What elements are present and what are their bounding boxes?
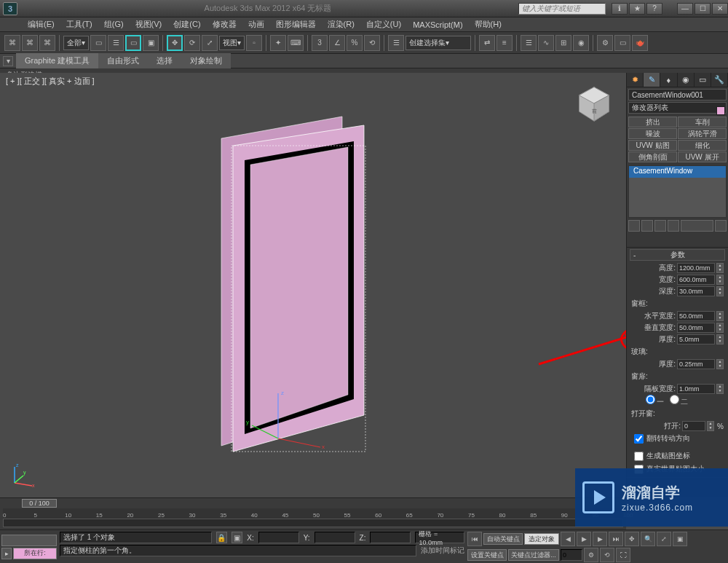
tab-create-icon[interactable]: ✹	[627, 73, 644, 87]
prompt-toggle-icon[interactable]: ▸	[1, 548, 12, 559]
move-icon[interactable]: ✥	[167, 35, 183, 51]
autokey-button[interactable]: 自动关键点	[483, 533, 523, 545]
height-arrows[interactable]: ▲▼	[716, 263, 724, 273]
keymode-icon[interactable]: ⌨	[288, 35, 304, 51]
menu-tools[interactable]: 工具(T)	[62, 17, 97, 31]
ribbon-tab-modeling[interactable]: Graphite 建模工具	[16, 53, 98, 68]
y-coord-input[interactable]	[314, 532, 355, 543]
thickness-spinner[interactable]: 5.0mm	[677, 334, 715, 345]
vwidth-arrows[interactable]: ▲▼	[716, 323, 724, 333]
ribbon-tab-paint[interactable]: 对象绘制	[181, 53, 231, 68]
viewport-label[interactable]: [ + ][ 正交 ][ 真实 + 边面 ]	[6, 76, 95, 87]
tab-hierarchy-icon[interactable]: ♦	[660, 73, 677, 87]
select-name-icon[interactable]: ☰	[108, 35, 124, 51]
next-frame-icon[interactable]: ▶	[593, 532, 607, 546]
mod-lathe[interactable]: 车削	[678, 117, 727, 127]
close-button[interactable]: ✕	[712, 3, 728, 15]
width-arrows[interactable]: ▲▼	[716, 275, 724, 285]
keyfilters-button[interactable]: 关键点过滤器...	[508, 549, 559, 561]
timeconfig-icon[interactable]: ⚙	[584, 548, 598, 562]
mod-noise[interactable]: 噪波	[628, 128, 677, 139]
schematic-icon[interactable]: ⊞	[555, 35, 571, 51]
remove-mod-icon[interactable]	[668, 220, 679, 232]
maximize-button[interactable]: ☐	[695, 3, 711, 15]
spinner-snap-icon[interactable]: ⟲	[364, 35, 380, 51]
align-icon[interactable]: ≡	[496, 35, 513, 51]
setkey-button[interactable]: 设置关键点	[467, 549, 507, 561]
time-slider[interactable]: 0 / 100	[0, 498, 626, 508]
object-color-swatch[interactable]	[716, 106, 725, 115]
flip-checkbox[interactable]	[634, 434, 644, 444]
height-spinner[interactable]: 1200.0mm	[677, 263, 715, 273]
minimize-button[interactable]: —	[677, 3, 693, 15]
thickness-arrows[interactable]: ▲▼	[716, 334, 724, 345]
open-spinner[interactable]: 0	[682, 421, 705, 431]
glass-thick-arrows[interactable]: ▲▼	[716, 359, 724, 369]
rect-select-icon[interactable]: ▭	[125, 35, 141, 51]
render-setup-icon[interactable]: ⚙	[597, 35, 613, 51]
selection-filter-dropdown[interactable]: 全部 ▾	[63, 36, 89, 50]
goto-end-icon[interactable]: ⏭	[609, 532, 623, 546]
snap-icon[interactable]: 3	[312, 35, 328, 51]
mod-bevel[interactable]: 倒角剖面	[628, 151, 677, 162]
isolate-icon[interactable]: ▣	[232, 532, 242, 543]
width-spinner[interactable]: 600.0mm	[677, 275, 715, 285]
panel-width-arrows[interactable]: ▲▼	[716, 384, 724, 394]
menu-group[interactable]: 组(G)	[100, 17, 128, 31]
x-coord-input[interactable]	[258, 532, 299, 543]
rotate-icon[interactable]: ⟳	[184, 35, 200, 51]
sash-two-radio[interactable]: 二	[670, 395, 688, 407]
scale-icon[interactable]: ⤢	[202, 35, 218, 51]
panel-width-spinner[interactable]: 1.0mm	[677, 384, 715, 394]
unlink-icon[interactable]: ⌘	[22, 35, 38, 51]
pin-stack-icon[interactable]	[628, 220, 640, 232]
mod-tessellate[interactable]: 细化	[678, 140, 727, 151]
goto-start-icon[interactable]: ⏮	[467, 532, 482, 546]
layers-icon[interactable]: ☰	[521, 35, 537, 51]
mirror-icon[interactable]: ⇄	[479, 35, 495, 51]
menu-grapheditor[interactable]: 图形编辑器	[272, 17, 320, 31]
tab-modify-icon[interactable]: ✎	[644, 73, 660, 87]
menu-animation[interactable]: 动画	[244, 17, 269, 31]
hwidth-spinner[interactable]: 50.0mm	[677, 311, 715, 321]
mod-unwrap[interactable]: UVW 展开	[678, 151, 727, 162]
unique-icon[interactable]	[654, 220, 666, 232]
depth-arrows[interactable]: ▲▼	[716, 286, 724, 296]
curve-editor-icon[interactable]: ∿	[538, 35, 554, 51]
material-icon[interactable]: ◉	[573, 35, 589, 51]
star-icon[interactable]: ★	[629, 3, 645, 15]
casement-window-model[interactable]: z x y	[218, 117, 379, 452]
orbit-icon[interactable]: ⟲	[600, 548, 614, 562]
menu-help[interactable]: 帮助(H)	[470, 17, 506, 31]
select-icon[interactable]: ▭	[90, 35, 106, 51]
vwidth-spinner[interactable]: 50.0mm	[677, 323, 715, 333]
manip-icon[interactable]: ✦	[270, 35, 286, 51]
lock-icon[interactable]: 🔒	[216, 532, 227, 543]
render-frame-icon[interactable]: ▭	[614, 35, 630, 51]
object-name-field[interactable]: CasementWindow001	[628, 89, 727, 101]
stack-item-base[interactable]: CasementWindow	[629, 166, 726, 178]
sash-one-radio[interactable]: 一	[646, 395, 664, 407]
depth-spinner[interactable]: 30.0mm	[677, 286, 715, 296]
hwidth-arrows[interactable]: ▲▼	[716, 311, 724, 321]
glass-thick-spinner[interactable]: 0.25mm	[677, 359, 715, 369]
info-icon[interactable]: ℹ	[612, 3, 628, 15]
keyfilter-dropdown[interactable]: 选定对象	[524, 533, 559, 545]
prev-frame-icon[interactable]: ◀	[561, 532, 575, 546]
tab-utilities-icon[interactable]: 🔧	[711, 73, 728, 87]
open-arrows[interactable]: ▲▼	[707, 421, 714, 431]
genuv-checkbox[interactable]	[634, 452, 644, 461]
menu-edit[interactable]: 编辑(E)	[23, 17, 59, 31]
current-frame-input[interactable]	[561, 549, 582, 561]
viewport[interactable]: [ + ][ 正交 ][ 真实 + 边面 ] 前 z x y	[0, 73, 626, 497]
zoom-extents-icon[interactable]: ▣	[673, 532, 687, 546]
tab-motion-icon[interactable]: ◉	[678, 73, 695, 87]
addtime-label[interactable]: 添加时间标记	[421, 546, 464, 556]
mod-turbosmooth[interactable]: 涡轮平滑	[678, 128, 727, 139]
rollout-header-params[interactable]: -参数	[630, 249, 725, 261]
play-icon[interactable]: ▶	[577, 532, 591, 546]
editnamedsel-icon[interactable]: ☰	[388, 35, 404, 51]
mod-extrude[interactable]: 挤出	[628, 117, 677, 127]
menu-maxscript[interactable]: MAXScript(M)	[408, 19, 467, 31]
viewcube[interactable]: 前	[574, 83, 614, 124]
